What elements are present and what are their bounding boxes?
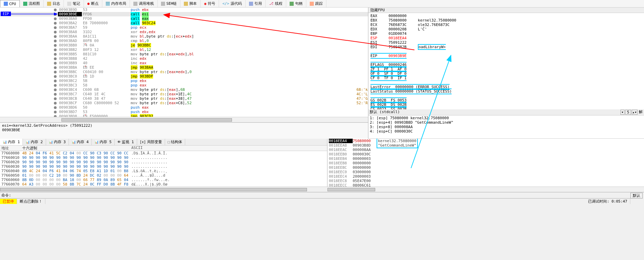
stack-row[interactable]: 0018EEB800000000 [327, 161, 644, 165]
disasm-row[interactable]: 00903BB940inc eax [0, 61, 368, 65]
dump-row[interactable]: 7766003090 90 90 90 90 90 90 90 90 90 90… [0, 164, 327, 169]
status-bp: 断点已删除！ [17, 199, 45, 204]
tab-threads[interactable]: ⎇线程 [266, 0, 286, 7]
status-paused: 已暂停 [0, 199, 17, 204]
disasm-row[interactable]: 00903BC4C600 6Bmov byte ptr ds:[eax],6B6… [0, 87, 368, 92]
tab-symbols[interactable]: ◉符号 [201, 0, 219, 7]
disasm-row[interactable]: ˅00903BD8E9 F5000000jmp 903CD2 [0, 114, 368, 117]
tab-breakpoints[interactable]: ●断点 [84, 0, 102, 7]
memory-dump-pane: 📊内存 1📊内存 2📊内存 3📊内存 4📊内存 5👁监视 1[x]局部变量⬚结构… [0, 139, 327, 187]
bottom-hscroll[interactable] [0, 187, 644, 192]
dump-row[interactable]: 776600408B 4C 24 04 F6 41 04 06 74 05 E8… [0, 169, 327, 173]
status-time: 已调试时间: 0:05:47 [585, 199, 630, 204]
col-hex[interactable]: 十六进制 [22, 146, 131, 151]
disasm-row[interactable]: 00903BCFC680 C8000000 52mov byte ptr ds:… [0, 101, 368, 105]
dump-tab-0[interactable]: 📊内存 1 [0, 139, 23, 145]
disasm-row[interactable]: ˅00903BC0EB 1Djmp 903BDF [0, 74, 368, 79]
tab-callstack[interactable]: 调用堆栈 [130, 0, 158, 7]
disasm-row[interactable]: ˅00903BB074 0Aje 903BBC [0, 43, 368, 47]
disasm-row[interactable]: 00903BC7C640 1E 4Cmov byte ptr ds:[eax+1… [0, 92, 368, 96]
disasm-row[interactable]: 00903BAD80FB 00cmp bl,0 [0, 39, 368, 43]
disasm-row[interactable]: 00903BBCC60410 00mov byte ptr ds:[eax+ed… [0, 70, 368, 74]
info-line-3: 00903B9E [2, 128, 366, 132]
tab-references[interactable]: 引用 [246, 0, 266, 7]
status-bar: 已暂停 断点已删除！ 已调试时间: 0:05:47 [0, 198, 630, 204]
disasm-row[interactable]: 00903BA831D2xor edx,edx [0, 30, 368, 34]
registers-pane: 隐藏FPU EAX 00000000 EBX 75080000 kernel32… [368, 8, 644, 139]
disasm-row[interactable]: 00903B9D53push ebx [0, 8, 368, 12]
dump-tab-2[interactable]: 📊内存 3 [46, 139, 69, 145]
dump-row[interactable]: 7766002090 90 90 90 90 90 90 90 90 90 90… [0, 160, 327, 164]
stack-view[interactable]: 0018EEA475080000kernel32.750800000018EEA… [327, 139, 644, 187]
dump-row[interactable]: 776600608B 0D 00 00 00 00 BA 18 00 66 77… [0, 178, 327, 182]
dump-tab-7[interactable]: ⬚结构体 [165, 139, 185, 145]
disasm-info-bar: esi=<kernel32.GetProcAddress> (75091222)… [0, 122, 368, 139]
dump-tab-5[interactable]: 👁监视 1 [115, 139, 137, 145]
stack-row[interactable]: 0018EEAC000008AA [327, 148, 644, 152]
dump-row[interactable]: 7766005001 00 00 00 C2 10 00 90 8D 24 DC… [0, 173, 327, 178]
stack-row[interactable]: 0018EEB00000030C [327, 152, 644, 156]
col-ascii[interactable]: ASCII [131, 146, 327, 151]
tab-script[interactable]: 脚本 [180, 0, 201, 7]
main-toolbar: CPU 流程图 日志 笔记 ●断点 内存布局 调用堆栈 SEH链 脚本 ◉符号 … [0, 0, 644, 8]
arg-count-spin[interactable]: 5 [625, 110, 631, 115]
dump-tab-3[interactable]: 📊内存 4 [69, 139, 92, 145]
stack-row[interactable]: 0018EEC420000003 [327, 174, 644, 179]
tab-handles[interactable]: 句柄 [286, 0, 306, 7]
dump-tab-6[interactable]: [x]局部变量 [137, 139, 165, 145]
disasm-row[interactable]: 00903BA0FFD0call eax [0, 16, 368, 21]
dump-tab-1[interactable]: 📊内存 2 [23, 139, 46, 145]
disasm-row[interactable]: 00903BC25Bpop ebx [0, 79, 368, 83]
status-default[interactable]: 默认 [630, 193, 643, 199]
unlock-button[interactable]: 解 [639, 110, 643, 115]
disasm-row[interactable]: 00903BCBC640 38 47mov byte ptr ds:[eax+3… [0, 96, 368, 101]
dump-tabs: 📊内存 1📊内存 2📊内存 3📊内存 4📊内存 5👁监视 1[x]局部变量⬚结构… [0, 139, 327, 146]
info-line-1: esi=<kernel32.GetProcAddress> (75091222) [2, 123, 366, 128]
tab-source[interactable]: </>源代码 [219, 0, 246, 7]
tab-memmap[interactable]: 内存布局 [102, 0, 130, 7]
stack-args: 1: [esp] 75080000 kernel32.75080000 2: [… [368, 115, 644, 139]
disasm-row[interactable]: 00903BC358pop eax [0, 83, 368, 87]
dump-header: 地址 十六进制 ASCII [0, 146, 327, 151]
col-address[interactable]: 地址 [0, 146, 22, 151]
disasm-row[interactable]: 00903BB5881C10mov byte ptr ds:[eax+edx],… [0, 52, 368, 56]
dump-row[interactable]: 7766007064 A3 00 00 00 00 58 8B 7C 24 0C… [0, 182, 327, 187]
stack-row[interactable]: 0018EEC003000000 [327, 170, 644, 174]
tab-log[interactable]: 日志 [44, 0, 64, 7]
disasm-row[interactable]: 00903BAA8A1C11mov bl,byte ptr ds:[ecx+ed… [0, 34, 368, 39]
dump-tab-4[interactable]: 📊内存 5 [92, 139, 115, 145]
tab-cpu[interactable]: CPU [0, 0, 20, 7]
stack-row[interactable]: 0018EEC805E47E00 [327, 179, 644, 183]
dump-row[interactable]: 7766001090 90 90 90 90 90 90 90 90 90 90… [0, 155, 327, 160]
disasm-row[interactable]: 00903B9EFFD6call esi [0, 12, 368, 16]
disasm-row[interactable]: 00903BA2E8 7D000000call 903C24 [0, 21, 368, 25]
tab-flow[interactable]: 流程图 [20, 0, 44, 7]
disassembly-view[interactable]: EIP 00903B9D53push ebx00903B9EFFD6call e… [0, 8, 368, 117]
disasm-row[interactable]: 00903BD650push eax [0, 105, 368, 110]
disasm-row[interactable]: 00903BB280F3 12xor bl,12 [0, 47, 368, 52]
dump-row[interactable]: 776600004B 24 04 F6 41 5C C2 04 00 CC 90… [0, 151, 327, 155]
stack-row[interactable]: 0018EEA475080000kernel32.75080000 [327, 139, 644, 143]
dump-view[interactable]: 776600004B 24 04 F6 41 5C C2 04 00 CC 90… [0, 151, 327, 187]
disasm-hscroll[interactable] [0, 117, 368, 122]
hide-fpu-button[interactable]: 隐藏FPU [368, 8, 644, 13]
callconv-select[interactable]: 默认 (stdcall) [370, 110, 620, 115]
stack-row[interactable]: 0018EECC08006C61 [327, 183, 644, 187]
stack-row[interactable]: 0018EEB400000003 [327, 156, 644, 161]
disasm-row[interactable]: ˄00903BBAEB EEjmp 903BAA [0, 65, 368, 70]
disasm-row[interactable]: 00903BD753push ebx [0, 110, 368, 114]
disasm-row[interactable]: 00903BB842inc edx [0, 56, 368, 61]
disassembly-pane: EIP 00903B9D53push ebx00903B9EFFD6call e… [0, 8, 368, 139]
tab-seh[interactable]: SEH链 [158, 0, 181, 7]
command-bar[interactable]: 命令: 默认 [0, 192, 644, 198]
tab-trace[interactable]: 跟踪 [306, 0, 326, 7]
disasm-row[interactable]: 00903BA759pop ecx [0, 25, 368, 30]
stack-row[interactable]: 0018EEBC00000000 [327, 165, 644, 170]
stack-row[interactable]: 0018EEA800903B8D"GetCommandLineW" [327, 143, 644, 148]
tab-notes[interactable]: 笔记 [64, 0, 84, 7]
